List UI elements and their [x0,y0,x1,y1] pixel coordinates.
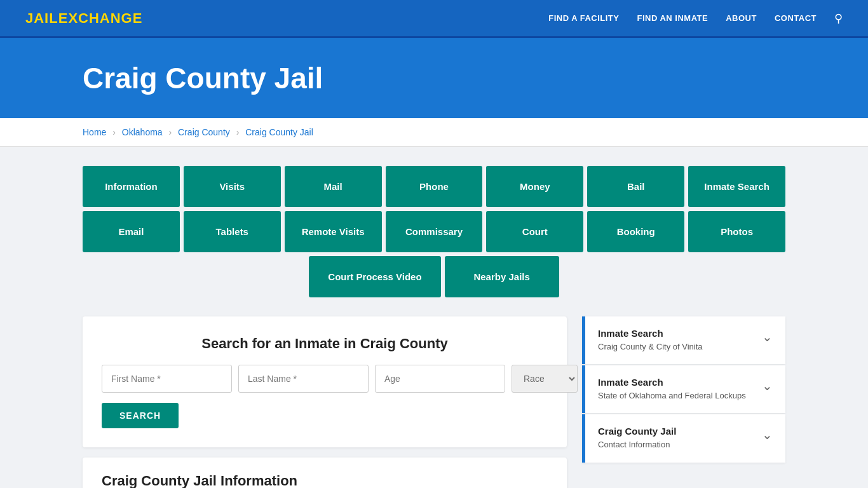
btn-booking[interactable]: Booking [587,211,684,252]
last-name-input[interactable] [238,365,369,393]
left-column: Search for an Inmate in Craig County Rac… [83,316,567,488]
sidebar-card-inmate-search-state[interactable]: Inmate Search State of Oklahoma and Fede… [582,365,785,413]
sidebar-card-title-local: Inmate Search [598,328,703,339]
sidebar-card-text-contact: Craig County Jail Contact Information [598,426,676,451]
button-grid-row3: Court Process Video Nearby Jails [83,256,785,297]
logo-highlight: E [58,10,69,26]
logo[interactable]: JAILEXCHANGE [25,10,142,27]
nav-find-inmate[interactable]: FIND AN INMATE [637,13,708,23]
breadcrumb-home[interactable]: Home [83,127,106,137]
age-input[interactable] [375,365,505,393]
sidebar-card-title-state: Inmate Search [598,377,746,388]
button-grid-row2: Email Tablets Remote Visits Commissary C… [83,211,785,252]
content-area: Search for an Inmate in Craig County Rac… [83,316,785,488]
logo-text-xchange: XCHANGE [68,10,142,26]
nav-contact[interactable]: CONTACT [775,13,817,23]
search-title: Search for an Inmate in Craig County [102,336,548,352]
chevron-down-icon-contact: ⌄ [762,427,773,442]
navbar: JAILEXCHANGE FIND A FACILITY FIND AN INM… [0,0,868,38]
page-title: Craig County Jail [83,61,843,95]
sidebar-card-contact-info[interactable]: Craig County Jail Contact Information ⌄ [582,414,785,462]
sidebar-card-sub-state: State of Oklahoma and Federal Lockups [598,390,746,402]
breadcrumb-oklahoma[interactable]: Oklahoma [122,127,163,137]
search-icon[interactable]: ⚲ [834,11,843,25]
breadcrumb-jail[interactable]: Craig County Jail [245,127,313,137]
btn-email[interactable]: Email [83,211,180,252]
btn-remote-visits[interactable]: Remote Visits [285,211,382,252]
chevron-down-icon-state: ⌄ [762,378,773,393]
nav-about[interactable]: ABOUT [726,13,757,23]
info-title: Craig County Jail Information [102,473,548,488]
btn-court[interactable]: Court [486,211,583,252]
first-name-input[interactable] [102,365,232,393]
sidebar: Inmate Search Craig County & City of Vin… [582,316,785,463]
btn-bail[interactable]: Bail [587,166,684,207]
chevron-down-icon-local: ⌄ [762,329,773,344]
search-button[interactable]: SEARCH [102,403,179,428]
sidebar-card-title-contact: Craig County Jail [598,426,676,437]
nav-links: FIND A FACILITY FIND AN INMATE ABOUT CON… [548,11,843,25]
sidebar-card-sub-contact: Contact Information [598,439,676,451]
button-grid-row1: Information Visits Mail Phone Money Bail… [83,166,785,207]
btn-commissary[interactable]: Commissary [386,211,483,252]
race-select[interactable]: Race White Black Hispanic Asian Other [512,365,578,393]
breadcrumb-sep-1: › [112,127,116,137]
logo-text-jail: JAIL [25,10,58,26]
main-content: Information Visits Mail Phone Money Bail… [0,147,868,488]
btn-information[interactable]: Information [83,166,180,207]
hero-section: Craig County Jail [0,38,868,118]
breadcrumb-sep-3: › [236,127,240,137]
btn-mail[interactable]: Mail [285,166,382,207]
sidebar-card-text-state: Inmate Search State of Oklahoma and Fede… [598,377,746,402]
sidebar-card-text-local: Inmate Search Craig County & City of Vin… [598,328,703,353]
btn-court-process-video[interactable]: Court Process Video [309,256,440,297]
nav-find-facility[interactable]: FIND A FACILITY [548,13,619,23]
btn-nearby-jails[interactable]: Nearby Jails [445,256,559,297]
btn-phone[interactable]: Phone [386,166,483,207]
breadcrumb-craig-county[interactable]: Craig County [178,127,230,137]
sidebar-card-sub-local: Craig County & City of Vinita [598,341,703,353]
btn-inmate-search[interactable]: Inmate Search [688,166,785,207]
breadcrumb: Home › Oklahoma › Craig County › Craig C… [0,118,868,147]
btn-visits[interactable]: Visits [184,166,281,207]
breadcrumb-sep-2: › [169,127,172,137]
btn-photos[interactable]: Photos [688,211,785,252]
search-fields: Race White Black Hispanic Asian Other [102,365,548,393]
search-panel: Search for an Inmate in Craig County Rac… [83,316,567,447]
btn-money[interactable]: Money [486,166,583,207]
btn-tablets[interactable]: Tablets [184,211,281,252]
info-section: Craig County Jail Information [83,458,567,488]
sidebar-card-inmate-search-local[interactable]: Inmate Search Craig County & City of Vin… [582,316,785,364]
